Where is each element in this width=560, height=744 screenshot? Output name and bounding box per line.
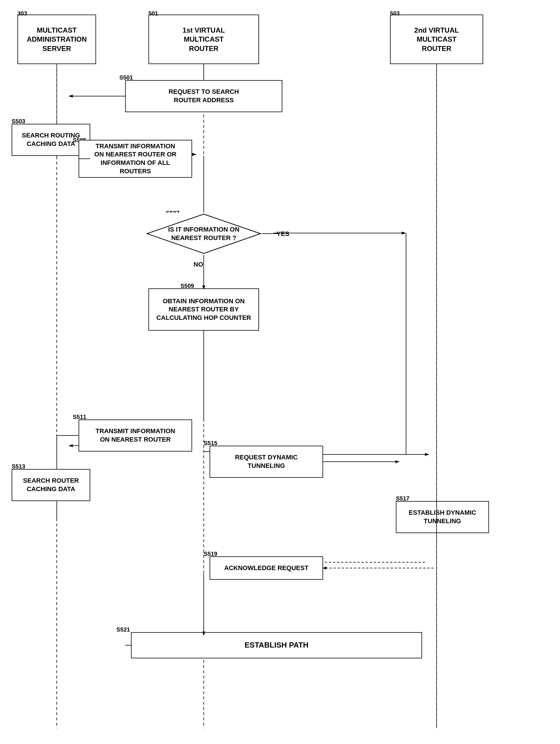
s511-label: TRANSMIT INFORMATION ON NEAREST ROUTER — [95, 427, 175, 444]
no-label: NO — [194, 261, 203, 268]
svg-marker-20 — [425, 453, 429, 456]
s505-label: TRANSMIT INFORMATION ON NEAREST ROUTER O… — [94, 142, 176, 175]
server-ref: 303 — [17, 10, 27, 17]
router1-label: 1st VIRTUAL MULTICAST ROUTER — [183, 26, 225, 53]
router1-ref: 501 — [149, 10, 158, 17]
s515-box: REQUEST DYNAMIC TUNNELING — [209, 446, 323, 478]
router1-box: 1st VIRTUAL MULTICAST ROUTER — [149, 14, 259, 64]
s513-label: SEARCH ROUTER CACHING DATA — [23, 477, 79, 493]
s509-box: OBTAIN INFORMATION ON NEAREST ROUTER BY … — [149, 288, 259, 331]
s509-label: OBTAIN INFORMATION ON NEAREST ROUTER BY … — [156, 297, 251, 322]
s501-label: REQUEST TO SEARCH ROUTER ADDRESS — [168, 88, 239, 104]
svg-marker-17 — [68, 444, 73, 447]
router2-label: 2nd VIRTUAL MULTICAST ROUTER — [414, 26, 459, 53]
s511-box: TRANSMIT INFORMATION ON NEAREST ROUTER — [79, 419, 192, 451]
router2-ref: 503 — [390, 10, 400, 17]
svg-marker-11 — [402, 232, 406, 234]
router2-box: 2nd VIRTUAL MULTICAST ROUTER — [390, 14, 483, 64]
s501-box: REQUEST TO SEARCH ROUTER ADDRESS — [125, 80, 282, 112]
yes-label: YES — [277, 230, 289, 238]
svg-marker-6 — [192, 153, 196, 156]
s507-label: IS IT INFORMATION ON NEAREST ROUTER ? — [168, 225, 239, 242]
server-label: MULTICAST ADMINISTRATION SERVER — [27, 26, 87, 53]
svg-marker-31 — [395, 460, 400, 463]
svg-marker-4 — [68, 95, 73, 98]
s505-box: TRANSMIT INFORMATION ON NEAREST ROUTER O… — [79, 140, 192, 178]
s507-diamond: IS IT INFORMATION ON NEAREST ROUTER ? — [146, 213, 262, 255]
s517-label: ESTABLISH DYNAMIC TUNNELING — [409, 509, 476, 525]
server-box: MULTICAST ADMINISTRATION SERVER — [17, 14, 96, 64]
s519-box: ACKNOWLEDGE REQUEST — [209, 556, 323, 580]
s513-box: SEARCH ROUTER CACHING DATA — [12, 469, 90, 501]
s519-label: ACKNOWLEDGE REQUEST — [224, 564, 309, 572]
s517-box: ESTABLISH DYNAMIC TUNNELING — [396, 501, 489, 533]
s503-label: SEARCH ROUTING CACHING DATA — [22, 132, 80, 148]
s515-label: REQUEST DYNAMIC TUNNELING — [235, 453, 297, 470]
s521-box: ESTABLISH PATH — [131, 632, 422, 658]
s521-label: ESTABLISH PATH — [244, 640, 309, 650]
s521-ref: S521 — [116, 626, 130, 633]
